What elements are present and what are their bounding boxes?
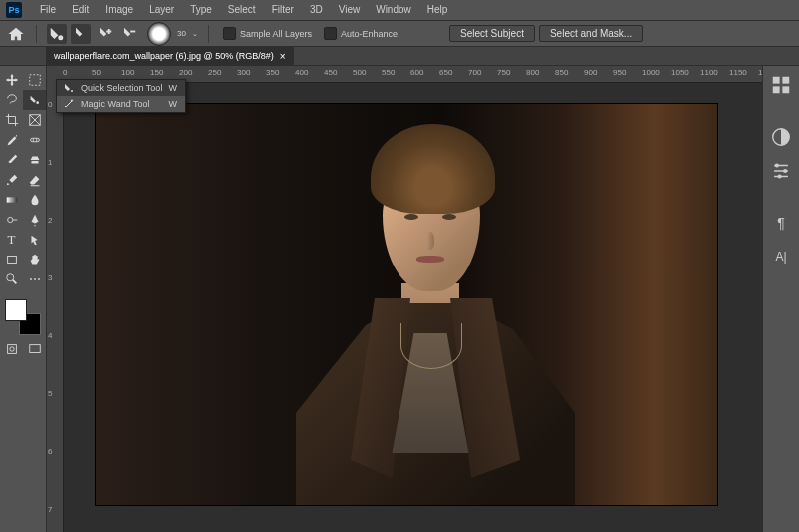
svg-point-19: [778, 174, 782, 178]
dropdown-icon[interactable]: ⌄: [192, 30, 198, 38]
svg-rect-14: [773, 86, 780, 93]
eyedropper-tool[interactable]: [0, 130, 23, 150]
svg-point-0: [58, 35, 63, 40]
document-canvas[interactable]: [96, 104, 717, 505]
tabbar: wallpaperflare.com_wallpaper (6).jpg @ 5…: [0, 47, 799, 66]
tool-flyout-menu: Quick Selection Tool W Magic Wand Tool W: [56, 79, 186, 113]
menu-view[interactable]: View: [331, 0, 369, 20]
select-and-mask-button[interactable]: Select and Mask...: [539, 25, 643, 42]
close-icon[interactable]: ×: [280, 51, 286, 62]
menu-type[interactable]: Type: [182, 0, 220, 20]
menu-3d[interactable]: 3D: [302, 0, 331, 20]
history-brush-tool[interactable]: [0, 170, 23, 190]
svg-point-10: [9, 347, 13, 351]
menu-file[interactable]: File: [32, 0, 64, 20]
brush-size-label: 30: [177, 29, 186, 38]
menu-edit[interactable]: Edit: [64, 0, 97, 20]
zoom-tool[interactable]: [0, 269, 23, 289]
svg-rect-5: [6, 197, 17, 202]
crop-tool[interactable]: [0, 110, 23, 130]
magic-wand-icon: [63, 98, 75, 110]
shortcut: W: [168, 99, 177, 109]
character-panel-icon[interactable]: A|: [770, 246, 792, 267]
toolbox: T ⋯: [0, 66, 47, 532]
color-swatches[interactable]: [5, 299, 41, 335]
paragraph-panel-icon[interactable]: ¶: [770, 212, 792, 234]
menu-layer[interactable]: Layer: [141, 0, 182, 20]
subtract-from-selection-icon[interactable]: [119, 24, 139, 44]
frame-tool[interactable]: [23, 110, 46, 130]
screen-mode[interactable]: [23, 339, 46, 359]
marquee-tool[interactable]: [23, 70, 46, 90]
svg-point-18: [783, 169, 787, 173]
vertical-ruler[interactable]: 012345678: [47, 82, 64, 532]
quick-mask-mode[interactable]: [0, 339, 23, 359]
svg-rect-4: [30, 138, 39, 142]
svg-rect-15: [782, 86, 789, 93]
hand-tool[interactable]: [23, 250, 46, 269]
right-panel-dock: ¶ A|: [762, 66, 799, 532]
home-icon[interactable]: [6, 24, 26, 44]
pen-tool[interactable]: [23, 210, 46, 230]
shortcut: W: [168, 83, 177, 93]
lasso-tool[interactable]: [0, 90, 23, 110]
healing-brush-tool[interactable]: [23, 130, 46, 150]
document-tab[interactable]: wallpaperflare.com_wallpaper (6).jpg @ 5…: [46, 47, 294, 65]
new-selection-icon[interactable]: [71, 24, 91, 44]
dodge-tool[interactable]: [0, 210, 23, 230]
type-tool[interactable]: T: [0, 230, 23, 250]
tool-preset-icon[interactable]: [47, 24, 67, 44]
divider: [208, 25, 209, 43]
edit-toolbar[interactable]: ⋯: [23, 269, 46, 289]
auto-enhance-checkbox[interactable]: Auto-Enhance: [320, 27, 401, 40]
svg-rect-9: [7, 345, 16, 354]
svg-point-17: [775, 163, 779, 167]
brush-tool[interactable]: [0, 150, 23, 170]
menu-select[interactable]: Select: [220, 0, 264, 20]
svg-rect-11: [29, 345, 40, 353]
options-bar: 30 ⌄ Sample All Layers Auto-Enhance Sele…: [0, 21, 799, 47]
menu-image[interactable]: Image: [97, 0, 141, 20]
image-content: [276, 124, 585, 505]
rectangle-tool[interactable]: [0, 250, 23, 269]
menu-help[interactable]: Help: [419, 0, 456, 20]
sample-all-layers-checkbox[interactable]: Sample All Layers: [219, 27, 316, 40]
blur-tool[interactable]: [23, 190, 46, 210]
gradient-tool[interactable]: [0, 190, 23, 210]
select-subject-button[interactable]: Select Subject: [449, 25, 535, 42]
svg-rect-1: [29, 75, 40, 86]
app-icon: Ps: [6, 2, 22, 18]
canvas-area: 0501001502002503003504004505005506006507…: [47, 66, 762, 532]
flyout-magic-wand[interactable]: Magic Wand Tool W: [57, 96, 185, 112]
svg-rect-7: [7, 257, 16, 264]
divider: [36, 25, 37, 43]
svg-rect-12: [773, 77, 780, 84]
path-selection-tool[interactable]: [23, 230, 46, 250]
menu-window[interactable]: Window: [368, 0, 419, 20]
tab-title: wallpaperflare.com_wallpaper (6).jpg @ 5…: [54, 51, 274, 61]
svg-rect-13: [782, 77, 789, 84]
add-to-selection-icon[interactable]: [95, 24, 115, 44]
grid-panel-icon[interactable]: [770, 74, 792, 96]
svg-point-6: [7, 217, 12, 222]
foreground-color[interactable]: [5, 299, 27, 321]
svg-point-2: [36, 101, 39, 104]
flyout-quick-selection[interactable]: Quick Selection Tool W: [57, 80, 185, 96]
quick-selection-icon: [63, 82, 75, 94]
eraser-tool[interactable]: [23, 170, 46, 190]
workspace: T ⋯ 050100150200250300350400450500550600…: [0, 66, 799, 532]
brush-preview[interactable]: [147, 22, 171, 46]
menubar: Ps File Edit Image Layer Type Select Fil…: [0, 0, 799, 21]
svg-point-8: [6, 274, 13, 281]
quick-selection-tool[interactable]: [23, 90, 46, 110]
menu-filter[interactable]: Filter: [264, 0, 302, 20]
clone-stamp-tool[interactable]: [23, 150, 46, 170]
color-panel-icon[interactable]: [770, 126, 792, 148]
svg-point-20: [71, 90, 73, 92]
adjustments-panel-icon[interactable]: [770, 160, 792, 182]
move-tool[interactable]: [0, 70, 23, 90]
